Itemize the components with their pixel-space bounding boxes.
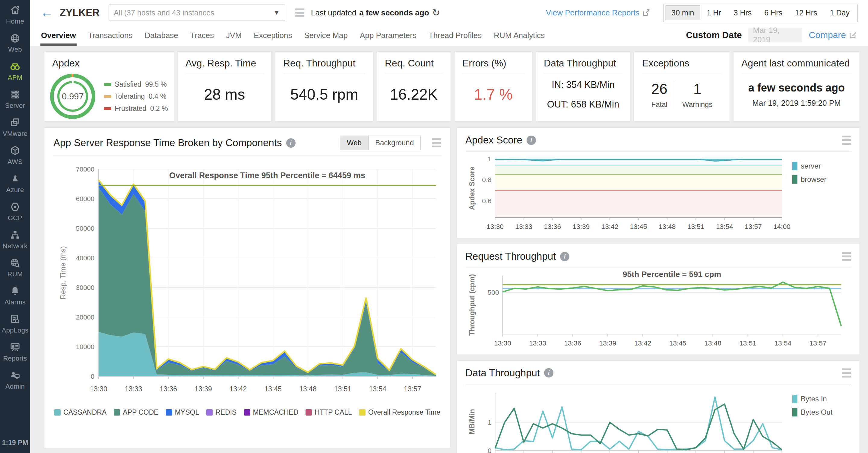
svg-text:13:45: 13:45 xyxy=(669,339,686,347)
legend-item-mysql[interactable]: MYSQL xyxy=(166,408,199,417)
svg-text:70000: 70000 xyxy=(76,166,94,173)
aws-icon xyxy=(10,145,21,156)
chevron-down-icon: ▼ xyxy=(273,9,280,17)
view-performance-reports-link[interactable]: View Performance Reports xyxy=(546,8,650,18)
sidebar-item-label: Web xyxy=(8,46,22,53)
legend-item-app-code[interactable]: APP CODE xyxy=(114,408,158,417)
data-in-value: IN: 354 KB/Min xyxy=(547,75,619,94)
chart-menu-icon[interactable] xyxy=(842,136,851,145)
kpi-card-agent: Agent last communicated a few seconds ag… xyxy=(733,51,860,121)
kpi-card-data-throughput: Data Throughput IN: 354 KB/Min OUT: 658 … xyxy=(536,51,631,121)
fatal-count[interactable]: 26 xyxy=(651,81,668,97)
warnings-count[interactable]: 1 xyxy=(682,81,712,97)
agent-last-value: a few seconds ago xyxy=(748,82,845,94)
sidebar-item-reports[interactable]: Reports xyxy=(3,342,27,362)
legend-item-server[interactable]: server xyxy=(792,162,851,170)
tab-rum-analytics[interactable]: RUM Analytics xyxy=(494,31,545,46)
info-icon[interactable]: i xyxy=(286,138,296,148)
time-range-30-min[interactable]: 30 min xyxy=(665,5,700,20)
svg-text:Overall Response Time 95th Per: Overall Response Time 95th Percentile = … xyxy=(169,171,365,180)
time-range-group: 30 min1 Hr3 Hrs6 Hrs12 Hrs1 Day xyxy=(663,4,858,22)
info-icon[interactable]: i xyxy=(527,136,536,145)
data-throughput-card: Data Throughput i 0113:..13:3313:3613:39… xyxy=(457,360,860,453)
list-menu-icon[interactable] xyxy=(295,8,304,17)
time-range-3-hrs[interactable]: 3 Hrs xyxy=(727,5,758,20)
legend-item-bytes-in[interactable]: Bytes In xyxy=(792,395,851,403)
sidebar-item-alarms[interactable]: Alarms xyxy=(4,286,26,306)
time-range-6-hrs[interactable]: 6 Hrs xyxy=(758,5,789,20)
svg-text:13:51: 13:51 xyxy=(739,339,756,347)
svg-text:13:39: 13:39 xyxy=(194,385,212,393)
chart-menu-icon[interactable] xyxy=(842,368,851,377)
time-range-1-hr[interactable]: 1 Hr xyxy=(700,5,727,20)
sidebar-item-label: Reports xyxy=(3,355,27,362)
svg-text:13:54: 13:54 xyxy=(774,339,792,347)
chart-menu-icon[interactable] xyxy=(842,252,851,261)
host-filter-dropdown[interactable]: All (37 hosts and 43 instances ▼ xyxy=(108,4,285,21)
sidebar-item-rum[interactable]: RUM xyxy=(7,258,23,278)
tab-overview[interactable]: Overview xyxy=(41,31,76,46)
tab-service-map[interactable]: Service Map xyxy=(304,31,348,46)
sidebar: HomeWebAPMServerVMwareAWSAzureGCPNetwork… xyxy=(0,0,30,453)
kpi-value-errors: 1.7 % xyxy=(474,86,513,103)
svg-text:Throughput (cpm): Throughput (cpm) xyxy=(468,274,476,336)
apdex-score-card: Apdex Score i 10.80.613:3013:3313:3613:3… xyxy=(457,128,860,238)
sidebar-item-server[interactable]: Server xyxy=(5,89,25,110)
svg-text:13:57: 13:57 xyxy=(809,339,827,347)
time-range-1-day[interactable]: 1 Day xyxy=(824,5,856,20)
svg-text:0: 0 xyxy=(91,373,94,380)
legend-item-redis[interactable]: REDIS xyxy=(206,408,237,417)
kpi-title: Data Throughput xyxy=(544,58,622,69)
admin-icon xyxy=(10,370,21,381)
chart-menu-icon[interactable] xyxy=(432,138,441,147)
legend-item-bytes-out[interactable]: Bytes Out xyxy=(792,408,851,417)
web-icon xyxy=(10,33,21,44)
apdex-gauge: 0.997 xyxy=(50,74,95,119)
svg-text:13:51: 13:51 xyxy=(687,223,705,230)
svg-text:13:39: 13:39 xyxy=(572,223,590,230)
kpi-title: Exceptions xyxy=(642,58,722,69)
toggle-web[interactable]: Web xyxy=(340,136,369,150)
back-arrow-icon[interactable]: ← xyxy=(40,7,53,19)
sidebar-item-apm[interactable]: APM xyxy=(8,61,23,82)
components-chart-legend: CASSANDRAAPP CODEMYSQLREDISMEMCACHEDHTTP… xyxy=(53,408,441,417)
svg-text:13:42: 13:42 xyxy=(601,223,619,230)
kpi-card-req-throughput: Req. Throughput 540.5 rpm xyxy=(275,51,373,121)
compare-link[interactable]: Compare xyxy=(809,30,857,40)
tab-jvm[interactable]: JVM xyxy=(226,31,242,46)
legend-item-overall-response-time[interactable]: Overall Response Time xyxy=(359,408,440,417)
svg-text:13:33: 13:33 xyxy=(125,385,142,393)
time-range-12-hrs[interactable]: 12 Hrs xyxy=(789,5,824,20)
sidebar-item-applogs[interactable]: AppLogs xyxy=(2,314,29,334)
server-icon xyxy=(10,89,21,100)
sidebar-item-azure[interactable]: Azure xyxy=(6,173,24,194)
legend-item-cassandra[interactable]: CASSANDRA xyxy=(54,408,106,417)
svg-text:13:33: 13:33 xyxy=(529,339,546,347)
legend-item-browser[interactable]: browser xyxy=(792,175,851,183)
legend-item-memcached[interactable]: MEMCACHED xyxy=(244,408,299,417)
toggle-background[interactable]: Background xyxy=(369,136,421,150)
apdex-legend-row: Frustrated 0.2 % xyxy=(104,105,168,113)
tab-database[interactable]: Database xyxy=(145,31,178,46)
refresh-icon[interactable]: ↻ xyxy=(432,7,440,19)
tab-thread-profiles[interactable]: Thread Profiles xyxy=(429,31,482,46)
info-icon[interactable]: i xyxy=(544,368,553,377)
info-icon[interactable]: i xyxy=(560,252,569,261)
tab-transactions[interactable]: Transactions xyxy=(88,31,133,46)
svg-text:0.8: 0.8 xyxy=(482,176,492,183)
svg-text:0: 0 xyxy=(488,447,492,453)
kpi-card-exceptions: Exceptions 26 Fatal 1 Warnings xyxy=(634,51,730,121)
sidebar-item-aws[interactable]: AWS xyxy=(7,145,23,166)
sidebar-item-admin[interactable]: Admin xyxy=(5,370,25,391)
tab-app-parameters[interactable]: App Parameters xyxy=(360,31,416,46)
tab-traces[interactable]: Traces xyxy=(190,31,214,46)
tab-exceptions[interactable]: Exceptions xyxy=(254,31,292,46)
svg-text:13:30: 13:30 xyxy=(487,223,504,230)
sidebar-item-vmware[interactable]: VMware xyxy=(3,117,28,138)
custom-date-input[interactable]: Mar 19, 2019 xyxy=(749,28,802,42)
sidebar-item-network[interactable]: Network xyxy=(3,229,28,250)
sidebar-item-web[interactable]: Web xyxy=(8,33,22,53)
sidebar-item-home[interactable]: Home xyxy=(6,5,24,25)
sidebar-item-gcp[interactable]: GCP xyxy=(8,201,23,222)
legend-item-http-call[interactable]: HTTP CALL xyxy=(306,408,352,417)
